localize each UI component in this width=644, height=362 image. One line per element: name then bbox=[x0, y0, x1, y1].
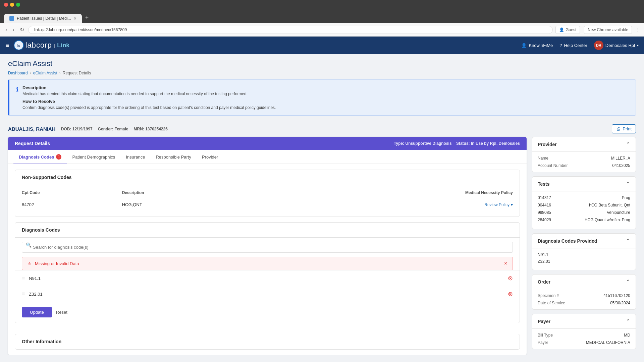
right-sidebar: Provider ⌃ Name MILLER, A Account Number… bbox=[532, 137, 636, 355]
tab-close-btn[interactable]: × bbox=[74, 16, 76, 21]
provider-account-row: Account Number 04102025 bbox=[538, 163, 630, 168]
menu-icon[interactable]: ≡ bbox=[5, 42, 9, 49]
new-tab-btn[interactable]: + bbox=[82, 12, 92, 23]
warning-icon: ⚠ bbox=[28, 261, 32, 266]
guest-btn[interactable]: 👤 Guest bbox=[555, 26, 580, 34]
tab-badge-diagnosis: 1 bbox=[56, 154, 61, 160]
dos-value: 05/30/2024 bbox=[610, 301, 630, 305]
diag-code-provided-2: Z32.01 bbox=[538, 259, 630, 264]
info-banner: ℹ Description Medicaid has denied this c… bbox=[8, 79, 636, 116]
test-row-4: 284029 HCG Quant w/reflex Prog bbox=[538, 218, 630, 222]
request-meta: Type: Unsupportive Diagnosis Status: In … bbox=[394, 141, 520, 146]
url-bar[interactable]: link-qa2.labcorp.com/patient/issue/medne… bbox=[28, 26, 553, 34]
non-supported-title: Non-Supported Codes bbox=[15, 170, 520, 185]
bill-type-value: MD bbox=[624, 333, 630, 338]
window-close[interactable] bbox=[4, 3, 8, 7]
description-label: Description bbox=[22, 85, 629, 90]
svg-text:lc: lc bbox=[17, 44, 20, 48]
dos-label: Date of Service bbox=[538, 301, 565, 305]
description-text: Medicaid has denied this claim stating t… bbox=[22, 92, 629, 96]
drag-handle-icon[interactable]: ≡ bbox=[22, 275, 25, 281]
col-policy-header: Medical Necessity Policy bbox=[246, 188, 513, 198]
info-icon: ℹ bbox=[16, 86, 18, 110]
tab-provider[interactable]: Provider bbox=[197, 150, 223, 164]
provider-name-row: Name MILLER, A bbox=[538, 156, 630, 161]
forward-btn[interactable]: › bbox=[11, 25, 15, 34]
chrome-available-btn[interactable]: New Chrome available bbox=[584, 26, 632, 34]
diagnosis-codes-title: Diagnosis Codes bbox=[15, 223, 520, 238]
patient-dob: DOB: 12/19/1997 bbox=[61, 127, 93, 131]
guest-label: Guest bbox=[566, 27, 576, 32]
tests-card-title: Tests bbox=[538, 181, 550, 187]
tab-patient-demographics[interactable]: Patient Demographics bbox=[67, 150, 120, 164]
diagnosis-item-1: ≡ N91.1 ⊗ bbox=[15, 270, 520, 286]
diagnosis-provided-card: Diagnosis Codes Provided ⌃ N91.1 Z32.01 bbox=[532, 233, 636, 270]
diagnosis-codes-section: Diagnosis Codes 🔍 ⚠ Missing or Invalid D… bbox=[15, 222, 520, 323]
payer-card-body: Bill Type MD Payer MEDI-CAL CALIFORNIA bbox=[532, 329, 636, 349]
tab-diagnosis-codes[interactable]: Diagnosis Codes 1 bbox=[13, 150, 67, 164]
order-card-title: Order bbox=[538, 279, 550, 285]
non-supported-section: Non-Supported Codes Cpt Code Description… bbox=[15, 170, 520, 217]
policy-cell: Review Policy ▾ bbox=[246, 198, 513, 212]
test-row-2: 004416 hCG,Beta Subunit, Qnt bbox=[538, 203, 630, 207]
payer-collapse-btn[interactable]: ⌃ bbox=[626, 318, 630, 324]
user-avatar: DR bbox=[594, 41, 603, 50]
person-icon: 👤 bbox=[559, 27, 564, 32]
search-icon: 🔍 bbox=[26, 242, 32, 248]
cpt-code-cell: 84702 bbox=[22, 198, 122, 212]
breadcrumb-eclaim[interactable]: eClaim Assist bbox=[33, 71, 57, 75]
diagnosis-search-input[interactable] bbox=[22, 242, 513, 253]
order-card: Order ⌃ Specimen # 415116702120 Date of … bbox=[532, 274, 636, 310]
reset-button[interactable]: Reset bbox=[56, 310, 67, 315]
request-card: Request Details Type: Unsupportive Diagn… bbox=[8, 137, 527, 355]
search-wrapper: 🔍 bbox=[15, 238, 520, 253]
menu-dots[interactable]: ⋮ bbox=[636, 27, 640, 32]
tab-insurance[interactable]: Insurance bbox=[120, 150, 150, 164]
patient-gender: Gender: Female bbox=[98, 127, 128, 131]
resolve-label: How to Resolve bbox=[22, 99, 629, 104]
window-maximize[interactable] bbox=[16, 3, 20, 7]
help-center-btn[interactable]: ? Help Center bbox=[559, 43, 587, 48]
provider-collapse-btn[interactable]: ⌃ bbox=[626, 141, 630, 147]
specimen-value: 415116702120 bbox=[603, 293, 630, 298]
dos-row: Date of Service 05/30/2024 bbox=[538, 301, 630, 305]
tests-card-header: Tests ⌃ bbox=[532, 177, 636, 191]
print-button[interactable]: 🖨 Print bbox=[612, 124, 636, 133]
help-label: Help Center bbox=[564, 43, 587, 48]
payer-label: Payer bbox=[538, 340, 548, 345]
test-name-4: HCG Quant w/reflex Prog bbox=[555, 218, 630, 222]
back-btn[interactable]: ‹ bbox=[4, 25, 8, 34]
review-policy-btn[interactable]: Review Policy ▾ bbox=[246, 202, 513, 207]
update-button[interactable]: Update bbox=[22, 307, 52, 317]
tests-collapse-btn[interactable]: ⌃ bbox=[626, 181, 630, 187]
tests-card-body: 014317 Prog 004416 hCG,Beta Subunit, Qnt… bbox=[532, 191, 636, 229]
col-desc-header: Description bbox=[122, 188, 246, 198]
chevron-down-icon: ▾ bbox=[511, 202, 513, 207]
diagnosis-provided-collapse-btn[interactable]: ⌃ bbox=[626, 238, 630, 244]
breadcrumb-sep-2: › bbox=[59, 71, 61, 75]
order-collapse-btn[interactable]: ⌃ bbox=[626, 279, 630, 285]
logo-divider: | bbox=[54, 43, 55, 48]
breadcrumb-dashboard[interactable]: Dashboard bbox=[8, 71, 28, 75]
provider-card-title: Provider bbox=[538, 142, 557, 147]
resolve-text: Confirm diagnosis code(s) provided is ap… bbox=[22, 105, 629, 110]
error-banner: ⚠ Missing or Invalid Data × bbox=[22, 257, 513, 270]
error-message: Missing or Invalid Data bbox=[35, 261, 79, 266]
reload-btn[interactable]: ↻ bbox=[18, 25, 25, 34]
drag-handle-icon-2[interactable]: ≡ bbox=[22, 291, 25, 297]
window-minimize[interactable] bbox=[10, 3, 14, 7]
payer-card-header: Payer ⌃ bbox=[532, 314, 636, 329]
other-info-title: Other Information bbox=[15, 334, 520, 349]
user-menu-btn[interactable]: DR Demosales Rpl ▾ bbox=[594, 41, 639, 50]
provider-card: Provider ⌃ Name MILLER, A Account Number… bbox=[532, 137, 636, 172]
desc-cell: HCG;QNT bbox=[122, 198, 246, 212]
chevron-down-icon: ▾ bbox=[637, 44, 639, 47]
payer-value: MEDI-CAL CALIFORNIA bbox=[586, 340, 630, 345]
knowtifyme-btn[interactable]: 👤 KnowTiFiMe bbox=[521, 43, 553, 48]
browser-tab[interactable]: Patient Issues | Detail | Medi... × bbox=[4, 14, 82, 23]
remove-diagnosis-btn-1[interactable]: ⊗ bbox=[508, 275, 513, 282]
diagnosis-item-2: ≡ Z32.01 ⊗ bbox=[15, 286, 520, 302]
error-close-btn[interactable]: × bbox=[504, 260, 507, 266]
tab-responsible-party[interactable]: Responsible Party bbox=[150, 150, 197, 164]
remove-diagnosis-btn-2[interactable]: ⊗ bbox=[508, 290, 513, 298]
